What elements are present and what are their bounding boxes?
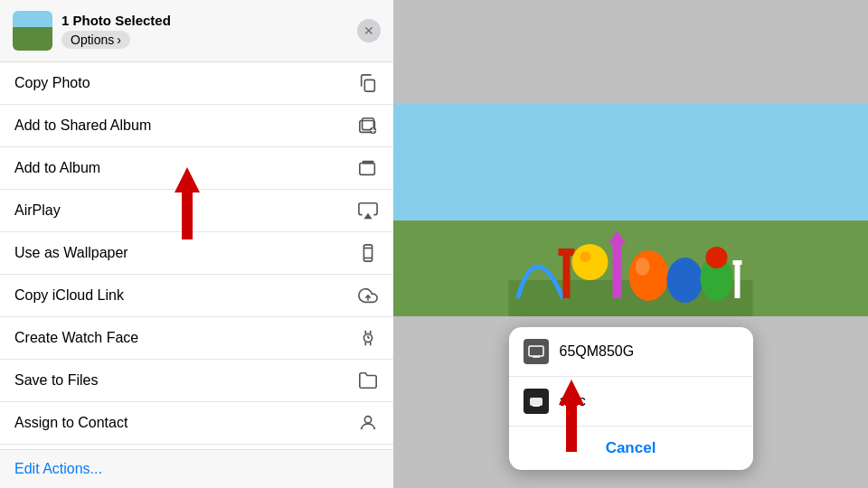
svg-point-40 bbox=[706, 247, 728, 268]
svg-rect-7 bbox=[363, 161, 374, 164]
photo-top-bg bbox=[393, 0, 868, 104]
svg-point-19 bbox=[364, 417, 371, 423]
svg-rect-46 bbox=[533, 405, 540, 407]
airplay-icon bbox=[357, 200, 379, 221]
device1-name: 65QM850G bbox=[560, 343, 635, 360]
svg-marker-47 bbox=[175, 167, 200, 192]
svg-marker-8 bbox=[363, 213, 372, 219]
share-sheet: 1 Photo Selected Options › ✕ Copy Photo … bbox=[0, 0, 393, 488]
svg-rect-45 bbox=[530, 398, 542, 406]
svg-rect-34 bbox=[613, 244, 622, 298]
svg-point-37 bbox=[636, 258, 650, 276]
menu-item-copy-photo[interactable]: Copy Photo bbox=[0, 62, 393, 105]
menu-item-print[interactable]: Print bbox=[0, 445, 393, 449]
svg-marker-49 bbox=[559, 380, 584, 405]
right-panel: 65QM850G attic Cancel bbox=[393, 0, 868, 488]
options-button[interactable]: Options › bbox=[61, 31, 130, 49]
svg-rect-42 bbox=[733, 260, 742, 265]
svg-point-36 bbox=[629, 250, 669, 301]
menu-item-assign-contact[interactable]: Assign to Contact bbox=[0, 402, 393, 445]
svg-point-32 bbox=[572, 244, 609, 280]
share-header: 1 Photo Selected Options › ✕ bbox=[0, 0, 393, 62]
airplay-device-2[interactable]: attic bbox=[509, 377, 753, 427]
menu-item-save-files[interactable]: Save to Files bbox=[0, 360, 393, 402]
svg-rect-0 bbox=[364, 80, 374, 91]
copy-icon bbox=[357, 72, 379, 94]
shared-album-icon bbox=[357, 115, 379, 136]
tv-icon bbox=[524, 339, 549, 364]
menu-item-watch-face[interactable]: Create Watch Face bbox=[0, 317, 393, 360]
photo-thumbnail bbox=[13, 11, 52, 51]
photo-main bbox=[393, 104, 868, 316]
header-info: 1 Photo Selected Options › bbox=[61, 13, 171, 49]
red-arrow-right bbox=[556, 380, 587, 455]
airplay-dialog: 65QM850G attic Cancel bbox=[509, 327, 753, 470]
menu-list: Copy Photo Add to Shared Album bbox=[0, 62, 393, 449]
svg-marker-35 bbox=[609, 230, 627, 244]
svg-rect-6 bbox=[360, 164, 375, 175]
airplay-cancel-button[interactable]: Cancel bbox=[509, 427, 753, 470]
svg-rect-9 bbox=[363, 245, 372, 261]
photo-bottom-bg: 65QM850G attic Cancel bbox=[393, 316, 868, 488]
edit-actions-section: Edit Actions... bbox=[0, 449, 393, 488]
photo-area: 65QM850G attic Cancel bbox=[393, 0, 868, 488]
folder-icon bbox=[357, 370, 379, 391]
svg-rect-43 bbox=[529, 346, 543, 356]
airplay-device-1[interactable]: 65QM850G bbox=[509, 327, 753, 377]
edit-actions-button[interactable]: Edit Actions... bbox=[14, 461, 102, 477]
icloud-icon bbox=[357, 285, 379, 306]
appletv-icon bbox=[524, 389, 549, 414]
svg-point-38 bbox=[667, 258, 703, 303]
close-button[interactable]: ✕ bbox=[357, 19, 381, 42]
album-icon bbox=[357, 157, 379, 179]
svg-rect-48 bbox=[182, 192, 193, 239]
menu-item-icloud-link[interactable]: Copy iCloud Link bbox=[0, 275, 393, 317]
svg-point-33 bbox=[580, 251, 591, 262]
wallpaper-icon bbox=[357, 242, 379, 264]
svg-rect-31 bbox=[559, 249, 575, 256]
contact-icon bbox=[357, 412, 379, 434]
menu-item-shared-album[interactable]: Add to Shared Album bbox=[0, 105, 393, 147]
watch-icon bbox=[357, 327, 379, 349]
share-title: 1 Photo Selected bbox=[61, 13, 171, 28]
red-arrow-left bbox=[172, 167, 203, 243]
svg-rect-50 bbox=[566, 405, 577, 452]
svg-rect-30 bbox=[563, 253, 571, 298]
svg-rect-41 bbox=[735, 262, 741, 298]
